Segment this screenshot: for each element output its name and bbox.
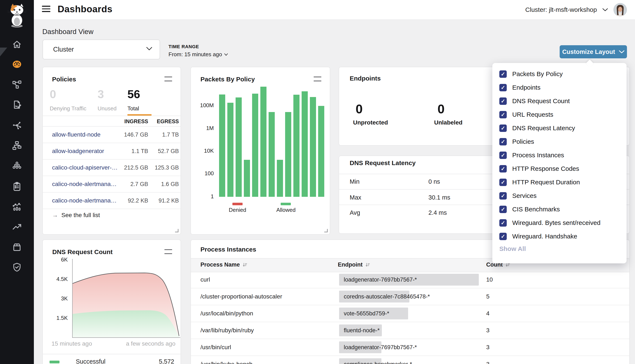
- checkbox-checked-icon[interactable]: ✓: [499, 192, 507, 200]
- legend-label: Denied: [229, 207, 246, 213]
- threat-defense-icon[interactable]: [12, 262, 22, 272]
- policy-link[interactable]: calico-cloud-apiserver-…: [52, 164, 118, 171]
- checkbox-checked-icon[interactable]: ✓: [499, 138, 507, 146]
- checkbox-checked-icon[interactable]: ✓: [499, 98, 507, 105]
- policy-link[interactable]: calico-node-alertmana…: [52, 181, 117, 188]
- menu-item[interactable]: ✓DNS Request Latency: [492, 121, 626, 135]
- policy-link[interactable]: allow-fluentd-node: [52, 131, 101, 138]
- card-title: Policies: [52, 76, 76, 83]
- menu-item[interactable]: ✓Process Instances: [492, 148, 626, 162]
- sort-icon[interactable]: [242, 262, 248, 268]
- policies-icon[interactable]: [12, 100, 22, 110]
- legend-label: Successful: [76, 358, 105, 364]
- bar-allowed: [269, 112, 275, 197]
- menu-item[interactable]: ✓Wireguard. Handshake: [492, 230, 626, 243]
- stat-unused[interactable]: 3 Unused: [98, 88, 117, 112]
- checkbox-checked-icon[interactable]: ✓: [499, 206, 507, 213]
- managed-clusters-icon[interactable]: [12, 161, 22, 171]
- calico-cat-logo[interactable]: [4, 2, 30, 28]
- y-tick: 1.5K: [43, 315, 68, 321]
- compliance-reports-icon[interactable]: [12, 181, 22, 192]
- count-value: 10: [486, 276, 493, 283]
- egress-value: 1.6 GB: [161, 181, 179, 188]
- menu-item[interactable]: ✓Packets By Policy: [492, 67, 626, 81]
- table-row: /usr/bin/curlloadgenerator-7697bb7567-*3: [191, 339, 629, 356]
- menu-item[interactable]: ✓Services: [492, 189, 626, 202]
- legend-swatch-allowed: [281, 203, 291, 205]
- menu-item[interactable]: ✓HTTP Response Codes: [492, 162, 626, 176]
- y-tick: 6K: [43, 256, 68, 263]
- endpoint-value: fluentd-node-*: [344, 327, 380, 334]
- menu-item[interactable]: ✓HTTP Request Duration: [492, 176, 626, 189]
- process-name: /cluster-proportional-autoscaler: [200, 293, 282, 300]
- checkbox-checked-icon[interactable]: ✓: [499, 84, 507, 91]
- bar-allowed: [277, 160, 283, 197]
- policy-link[interactable]: allow-loadgenerator: [52, 148, 104, 154]
- policies-card: Policies 0 Denying Traffic 3 Unused 56 T…: [42, 67, 181, 235]
- menu-item[interactable]: ✓DNS Request Count: [492, 94, 626, 108]
- customize-layout-button[interactable]: Customize Layout: [560, 45, 627, 58]
- network-topology-icon[interactable]: [12, 140, 22, 151]
- checkbox-checked-icon[interactable]: ✓: [499, 70, 507, 78]
- menu-item[interactable]: ✓Policies: [492, 135, 626, 148]
- menu-item[interactable]: ✓Endpoints: [492, 81, 626, 94]
- checkbox-checked-icon[interactable]: ✓: [499, 111, 507, 118]
- statistics-icon[interactable]: [12, 202, 22, 212]
- table-row: curlloadgenerator-7697bb7567-*10: [191, 272, 629, 288]
- dashboard-view-select[interactable]: Cluster: [43, 40, 160, 60]
- y-tick: 1: [191, 193, 214, 200]
- see-full-list-link[interactable]: → See the full list: [52, 212, 100, 218]
- column-header-endpoint[interactable]: Endpoint: [338, 262, 370, 268]
- drag-handle-icon[interactable]: [314, 76, 321, 82]
- stat-total[interactable]: 56 Total: [127, 88, 140, 112]
- count-value: 5: [486, 293, 490, 300]
- dashboards-icon[interactable]: [12, 59, 22, 69]
- stat-unprotected: 0 Unprotected: [353, 103, 388, 126]
- column-header-egress: EGRESS: [157, 118, 179, 124]
- y-tick: 3K: [43, 295, 68, 302]
- active-tab-underline: [127, 114, 151, 116]
- stat-denying-traffic[interactable]: 0 Denying Traffic: [50, 88, 86, 112]
- egress-value: 1.7 TB: [162, 132, 179, 138]
- menu-icon[interactable]: [42, 6, 50, 13]
- latency-row-value: 30.1 ms: [429, 194, 450, 201]
- show-all-link[interactable]: Show All: [499, 245, 526, 252]
- endpoint-value: vote-5655bd759-*: [344, 310, 389, 317]
- latency-row-label: Max: [350, 194, 361, 201]
- chart-legend: Successful 5,572: [43, 354, 180, 364]
- menu-item-label: Policies: [512, 138, 534, 145]
- count-value: 3: [486, 344, 490, 351]
- column-header-process-name[interactable]: Process Name: [200, 262, 248, 268]
- activity-icon[interactable]: [12, 222, 22, 232]
- checkbox-checked-icon[interactable]: ✓: [499, 165, 507, 172]
- menu-item-label: Wireguard. Handshake: [512, 233, 577, 240]
- latency-row-value: 0 ns: [429, 178, 440, 185]
- home-icon[interactable]: [12, 39, 22, 50]
- menu-item[interactable]: ✓CIS Benchmarks: [492, 202, 626, 216]
- checkbox-checked-icon[interactable]: ✓: [499, 178, 507, 186]
- avatar[interactable]: [613, 3, 627, 16]
- checkbox-checked-icon[interactable]: ✓: [499, 233, 507, 240]
- table-row: /cluster-proportional-autoscalercoredns-…: [191, 288, 629, 305]
- menu-item[interactable]: ✓Wireguard. Bytes sent/received: [492, 216, 626, 230]
- menu-item[interactable]: ✓URL Requests: [492, 108, 626, 121]
- flow-visualizations-icon[interactable]: [12, 80, 22, 90]
- menu-item-label: HTTP Response Codes: [512, 165, 579, 172]
- endpoint-value: loadgenerator-7697bb7567-*: [344, 276, 417, 283]
- image-assurance-icon[interactable]: [12, 242, 22, 252]
- policy-link[interactable]: calico-node-alertmana…: [52, 197, 117, 204]
- checkbox-checked-icon[interactable]: ✓: [499, 152, 507, 159]
- checkbox-checked-icon[interactable]: ✓: [499, 219, 507, 226]
- checkbox-checked-icon[interactable]: ✓: [499, 124, 507, 132]
- resize-handle-icon[interactable]: [175, 229, 178, 232]
- time-range-value[interactable]: From: 15 minutes ago: [168, 51, 228, 58]
- table-row: /usr/local/bin/pythonvote-5655bd759-*4: [191, 305, 629, 322]
- drag-handle-icon[interactable]: [164, 76, 172, 82]
- menu-item-label: CIS Benchmarks: [512, 206, 560, 213]
- cluster-selector[interactable]: Cluster: jlt-msft-workshop: [525, 6, 597, 13]
- drag-handle-icon[interactable]: [164, 249, 172, 254]
- menu-item-label: Packets By Policy: [512, 70, 563, 78]
- service-graph-icon[interactable]: [12, 120, 22, 130]
- sort-icon[interactable]: [365, 262, 370, 268]
- resize-handle-icon[interactable]: [324, 229, 328, 232]
